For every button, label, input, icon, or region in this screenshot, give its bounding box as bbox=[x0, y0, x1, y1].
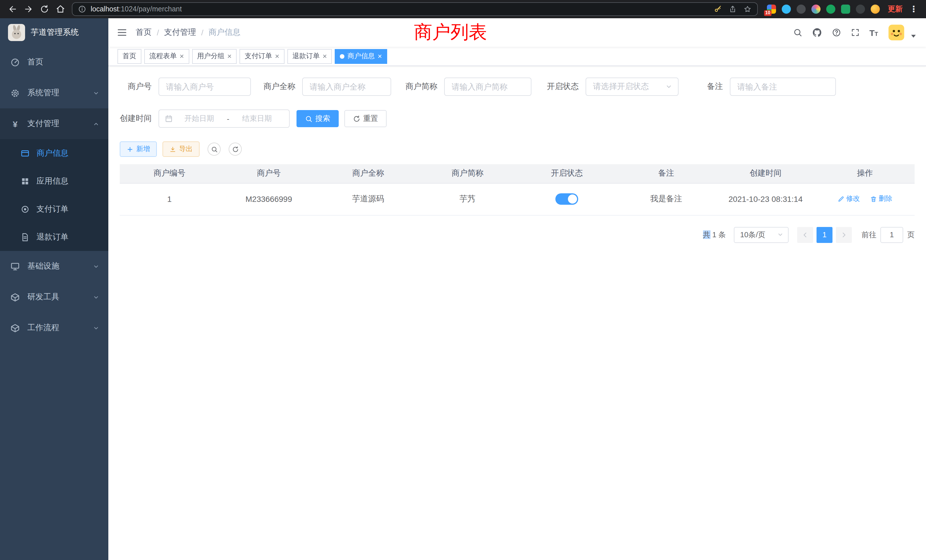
tab-pay-order[interactable]: 支付订单× bbox=[239, 49, 284, 64]
app-logo[interactable]: 芋道管理系统 bbox=[0, 18, 108, 47]
sidebar-item-infrastructure[interactable]: 基础设施 bbox=[0, 251, 108, 282]
sidebar-collapse-button[interactable] bbox=[108, 27, 136, 38]
remark-input[interactable] bbox=[730, 77, 836, 96]
site-info-icon[interactable] bbox=[78, 5, 86, 13]
sidebar-item-workflow[interactable]: 工作流程 bbox=[0, 312, 108, 343]
prev-page-button[interactable] bbox=[797, 227, 813, 243]
browser-reload-button[interactable] bbox=[38, 2, 51, 16]
full-name-label: 商户全称 bbox=[263, 82, 302, 92]
short-name-label: 商户简称 bbox=[406, 82, 444, 92]
table-row: 1 M233666999 芋道源码 芋艿 我是备注 2021-10-23 08:… bbox=[120, 183, 915, 215]
edit-pencil-icon bbox=[838, 195, 844, 203]
goto-page-input[interactable] bbox=[881, 227, 903, 243]
edit-label: 修改 bbox=[846, 194, 860, 204]
password-key-icon[interactable] bbox=[714, 5, 722, 13]
sidebar-item-label: 支付订单 bbox=[36, 204, 68, 214]
delete-button[interactable]: 删除 bbox=[870, 194, 892, 204]
url-path: :1024/pay/merchant bbox=[119, 5, 182, 13]
tab-close-icon[interactable]: × bbox=[275, 53, 279, 60]
tab-refund-order[interactable]: 退款订单× bbox=[287, 49, 332, 64]
fullscreen-icon[interactable] bbox=[850, 28, 859, 37]
sidebar-item-system[interactable]: 系统管理 bbox=[0, 77, 108, 108]
browser-forward-button[interactable] bbox=[22, 2, 35, 16]
tab-close-icon[interactable]: × bbox=[180, 53, 184, 60]
share-icon[interactable] bbox=[729, 5, 737, 13]
col-remark: 备注 bbox=[617, 164, 716, 183]
create-time-label: 创建时间 bbox=[120, 114, 159, 124]
current-page-button[interactable]: 1 bbox=[817, 227, 832, 243]
extension-colorful-icon[interactable]: 10 bbox=[767, 5, 776, 14]
toggle-search-button[interactable] bbox=[207, 142, 221, 156]
tab-close-icon[interactable]: × bbox=[378, 53, 382, 60]
extension-green-square-icon[interactable] bbox=[841, 5, 850, 14]
extension-dark-icon[interactable] bbox=[797, 5, 806, 14]
tab-user-group[interactable]: 用户分组× bbox=[192, 49, 237, 64]
tab-label: 用户分组 bbox=[197, 51, 224, 61]
tab-home[interactable]: 首页 bbox=[118, 49, 141, 64]
table-toolbar: 新增 导出 bbox=[120, 141, 915, 157]
github-icon[interactable] bbox=[812, 27, 822, 38]
pagination-total-highlight: 共 bbox=[703, 230, 710, 239]
delete-label: 删除 bbox=[879, 194, 892, 204]
sidebar-item-refund-order[interactable]: 退款订单 bbox=[0, 223, 108, 251]
reset-button[interactable]: 重置 bbox=[344, 110, 387, 127]
merchant-no-input[interactable] bbox=[159, 77, 251, 96]
help-question-icon[interactable] bbox=[832, 28, 841, 37]
search-button[interactable]: 搜索 bbox=[297, 110, 339, 127]
next-page-button[interactable] bbox=[836, 227, 852, 243]
sidebar-item-payment[interactable]: ¥ 支付管理 bbox=[0, 108, 108, 139]
user-dropdown-caret-icon[interactable] bbox=[911, 35, 916, 37]
edit-button[interactable]: 修改 bbox=[838, 194, 860, 204]
sidebar-item-label: 首页 bbox=[27, 57, 43, 67]
address-bar[interactable]: localhost:1024/pay/merchant bbox=[72, 2, 758, 16]
browser-back-button[interactable] bbox=[6, 2, 20, 16]
extension-blue-icon[interactable] bbox=[782, 5, 791, 14]
sidebar-item-merchant-info[interactable]: 商户信息 bbox=[0, 139, 108, 167]
sidebar-item-dev-tools[interactable]: 研发工具 bbox=[0, 282, 108, 312]
search-icon bbox=[305, 115, 312, 122]
header-search-icon[interactable] bbox=[793, 28, 802, 37]
browser-menu-icon[interactable]: ⋮ bbox=[907, 4, 920, 14]
sidebar-item-home[interactable]: 首页 bbox=[0, 47, 108, 77]
extension-emoji-icon[interactable] bbox=[871, 5, 880, 14]
tab-merchant-info[interactable]: 商户信息× bbox=[335, 49, 387, 64]
search-button-label: 搜索 bbox=[315, 114, 330, 124]
merchant-no-label: 商户号 bbox=[120, 82, 159, 92]
refresh-icon bbox=[353, 115, 360, 122]
reset-button-label: 重置 bbox=[363, 114, 378, 124]
tab-process-form[interactable]: 流程表单× bbox=[144, 49, 189, 64]
chevron-down-icon bbox=[93, 90, 99, 96]
bookmark-star-icon[interactable] bbox=[743, 5, 752, 13]
add-button-label: 新增 bbox=[136, 144, 150, 154]
sidebar-item-label: 系统管理 bbox=[27, 88, 59, 98]
breadcrumb-payment[interactable]: 支付管理 bbox=[164, 27, 196, 38]
breadcrumb-home[interactable]: 首页 bbox=[136, 27, 152, 38]
app-title: 芋道管理系统 bbox=[31, 27, 79, 38]
user-avatar[interactable] bbox=[888, 24, 905, 41]
refresh-table-button[interactable] bbox=[228, 142, 242, 156]
chevron-right-icon bbox=[840, 231, 847, 238]
search-form-row-1: 商户号 商户全称 商户简称 开启状态 请选择开启状态 备注 bbox=[120, 77, 915, 96]
extension-green-circle-icon[interactable] bbox=[826, 5, 835, 14]
extension-rainbow-icon[interactable] bbox=[811, 5, 820, 14]
add-button[interactable]: 新增 bbox=[120, 141, 157, 157]
page-size-select[interactable]: 10条/页 bbox=[734, 227, 788, 243]
font-size-icon[interactable]: TT bbox=[869, 28, 878, 37]
tab-close-icon[interactable]: × bbox=[227, 53, 232, 60]
full-name-input[interactable] bbox=[302, 77, 391, 96]
col-created-at: 创建时间 bbox=[716, 164, 816, 183]
short-name-input[interactable] bbox=[444, 77, 531, 96]
sidebar-item-app-info[interactable]: 应用信息 bbox=[0, 167, 108, 195]
status-toggle[interactable] bbox=[555, 193, 578, 205]
create-time-range-picker[interactable]: 开始日期 - 结束日期 bbox=[159, 109, 290, 128]
export-button[interactable]: 导出 bbox=[162, 141, 200, 157]
browser-home-button[interactable] bbox=[54, 2, 67, 16]
status-select[interactable]: 请选择开启状态 bbox=[586, 77, 679, 96]
sidebar-item-pay-order[interactable]: 支付订单 bbox=[0, 195, 108, 223]
url-host: localhost bbox=[91, 5, 119, 13]
browser-update-button[interactable]: 更新 bbox=[888, 4, 903, 14]
breadcrumb-separator: / bbox=[157, 28, 159, 37]
tab-label: 支付订单 bbox=[245, 51, 272, 61]
tab-close-icon[interactable]: × bbox=[323, 53, 327, 60]
extension-knot-icon[interactable] bbox=[856, 5, 865, 14]
